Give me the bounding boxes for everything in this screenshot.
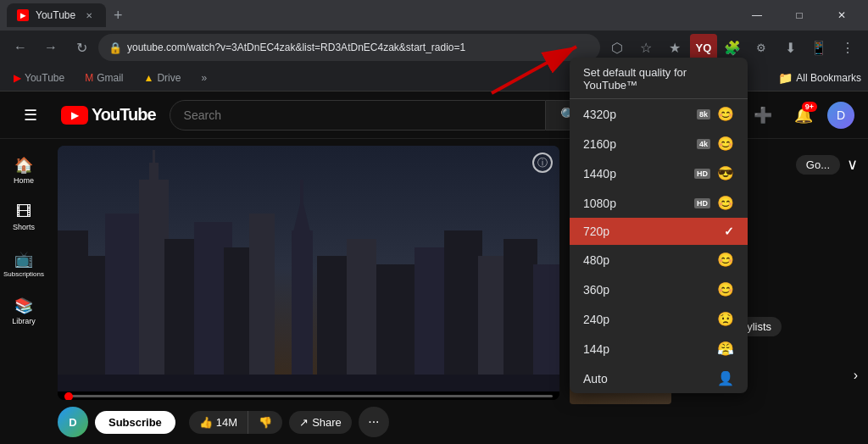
quality-label-2160p: 2160p bbox=[583, 137, 690, 151]
quality-label-360p: 360p bbox=[583, 283, 710, 297]
create-icon: ➕ bbox=[754, 106, 772, 125]
download-icon[interactable]: ⬇ bbox=[776, 34, 804, 61]
drive-bookmark-label: Drive bbox=[157, 72, 181, 84]
quality-dropdown-panel[interactable]: Set default quality for YouTube™ 4320p 8… bbox=[570, 58, 748, 393]
quality-label-144p: 144p bbox=[583, 342, 710, 356]
youtube-logo-text: YouTube bbox=[92, 105, 156, 125]
video-controls: ⏮ ▶ ⏭ 🔊 0:00 / 3:50 CC ⚙ bbox=[58, 391, 559, 400]
channel-avatar[interactable]: D bbox=[58, 407, 88, 437]
quality-label-auto: Auto bbox=[583, 372, 710, 386]
new-tab-button[interactable]: + bbox=[106, 3, 130, 27]
video-frame: ⓘ bbox=[58, 146, 559, 391]
next-header-right: Go... ∨ bbox=[796, 155, 858, 175]
like-button[interactable]: 👍 14M bbox=[189, 411, 248, 434]
quality-item-2160p[interactable]: 2160p 4k 😊 bbox=[570, 129, 748, 158]
home-icon: 🏠 bbox=[14, 156, 33, 175]
subscriptions-icon: 📺 bbox=[14, 250, 33, 269]
quality-emoji-360p: 😊 bbox=[717, 281, 734, 297]
quality-item-1440p[interactable]: 1440p HD 😎 bbox=[570, 158, 748, 188]
more-icon[interactable]: ⋮ bbox=[834, 34, 861, 61]
quality-label-240p: 240p bbox=[583, 313, 710, 326]
quality-item-1080p[interactable]: 1080p HD 😊 bbox=[570, 188, 748, 218]
bookmark-gmail[interactable]: M Gmail bbox=[78, 70, 130, 86]
quality-item-360p[interactable]: 360p 😊 bbox=[570, 275, 748, 304]
youtube-search: 🔍 bbox=[170, 100, 593, 130]
bookmark-drive[interactable]: ▲ Drive bbox=[137, 70, 188, 86]
create-button[interactable]: ➕ bbox=[746, 98, 780, 132]
svg-rect-15 bbox=[347, 239, 376, 391]
svg-rect-19 bbox=[478, 256, 508, 391]
maximize-button[interactable]: □ bbox=[780, 3, 819, 27]
sidebar-item-library[interactable]: 📚 Library bbox=[0, 286, 47, 330]
quality-check-icon: ✓ bbox=[724, 225, 734, 238]
forward-button[interactable]: → bbox=[37, 34, 64, 61]
phone-icon[interactable]: 📱 bbox=[805, 34, 832, 61]
quality-item-auto[interactable]: Auto 👤 bbox=[570, 364, 748, 393]
quality-label-4320p: 4320p bbox=[583, 108, 690, 121]
quality-item-4320p[interactable]: 4320p 8k 😊 bbox=[570, 99, 748, 129]
quality-label-1080p: 1080p bbox=[583, 197, 687, 210]
video-actions-row: D Subscribe 👍 14M 👎 ↗ Share bbox=[58, 407, 559, 437]
quality-item-144p[interactable]: 144p 😤 bbox=[570, 334, 748, 364]
close-button[interactable]: ✕ bbox=[822, 3, 861, 27]
bookmark-more[interactable]: » bbox=[194, 70, 214, 86]
library-icon: 📚 bbox=[14, 297, 33, 315]
subscriptions-label: Subscriptions bbox=[3, 270, 44, 278]
like-icon: 👍 bbox=[199, 416, 213, 429]
notification-badge: 9+ bbox=[802, 102, 817, 112]
quality-emoji-480p: 😊 bbox=[717, 252, 734, 268]
like-count: 14M bbox=[216, 416, 237, 429]
quality-item-480p[interactable]: 480p 😊 bbox=[570, 245, 748, 275]
svg-rect-6 bbox=[153, 150, 155, 383]
subscribe-button[interactable]: Subscribe bbox=[95, 411, 175, 434]
quality-emoji-1440p: 😎 bbox=[717, 165, 734, 181]
svg-rect-10 bbox=[249, 214, 275, 391]
progress-bar[interactable] bbox=[64, 395, 553, 397]
share-button[interactable]: ↗ Share bbox=[289, 411, 352, 434]
video-info-icon[interactable]: ⓘ bbox=[532, 153, 553, 173]
more-options-button[interactable]: ··· bbox=[359, 407, 389, 437]
quality-label-720p: 720p bbox=[583, 225, 717, 238]
hamburger-menu-button[interactable]: ☰ bbox=[14, 98, 47, 132]
go-button[interactable]: Go... bbox=[796, 155, 840, 175]
more-bookmarks-label: » bbox=[201, 72, 207, 84]
refresh-button[interactable]: ↻ bbox=[68, 34, 95, 61]
youtube-tab-favicon: ▶ bbox=[17, 9, 29, 21]
svg-rect-17 bbox=[415, 247, 448, 391]
video-player[interactable]: ⓘ ⏮ ▶ ⏭ 🔊 bbox=[58, 146, 559, 400]
sidebar-item-home[interactable]: 🏠 Home bbox=[0, 146, 47, 190]
quality-label-1440p: 1440p bbox=[583, 167, 687, 180]
home-label: Home bbox=[14, 176, 34, 185]
folder-icon: 📁 bbox=[778, 71, 793, 85]
profile-avatar[interactable]: D bbox=[827, 102, 854, 129]
svg-rect-11 bbox=[292, 230, 313, 391]
cityscape-svg bbox=[58, 146, 559, 391]
notifications-button[interactable]: 🔔 9+ bbox=[787, 98, 821, 132]
quality-emoji-1080p: 😊 bbox=[717, 195, 734, 211]
quality-emoji-2160p: 😊 bbox=[717, 136, 734, 152]
putt-arrow-icon[interactable]: › bbox=[854, 368, 858, 383]
svg-rect-14 bbox=[317, 256, 351, 391]
shorts-icon: 🎞 bbox=[16, 203, 31, 221]
back-button[interactable]: ← bbox=[7, 34, 34, 61]
sidebar-item-shorts[interactable]: 🎞 Shorts bbox=[0, 193, 47, 236]
address-bar[interactable]: 🔒 youtube.com/watch?v=3AtDnEC4zak&list=R… bbox=[98, 34, 600, 61]
browser-tab[interactable]: ▶ YouTube ✕ bbox=[7, 3, 106, 27]
chevron-button[interactable]: ∨ bbox=[847, 155, 858, 174]
youtube-logo[interactable]: YouTube bbox=[61, 105, 156, 125]
quality-item-240p[interactable]: 240p 😟 bbox=[570, 304, 748, 334]
sidebar-item-subscriptions[interactable]: 📺 Subscriptions bbox=[0, 240, 47, 283]
youtube-bookmark-label: YouTube bbox=[25, 72, 64, 84]
library-label: Library bbox=[12, 317, 36, 325]
minimize-button[interactable]: — bbox=[737, 3, 776, 27]
browser-tab-close[interactable]: ✕ bbox=[82, 8, 96, 22]
svg-rect-21 bbox=[533, 264, 559, 391]
header-right-icons: ➕ 🔔 9+ D bbox=[746, 98, 854, 132]
search-input[interactable] bbox=[170, 100, 546, 130]
bookmark-youtube[interactable]: ▶ YouTube bbox=[7, 70, 71, 86]
share-label: Share bbox=[312, 416, 342, 429]
quality-item-720p[interactable]: 720p ✓ bbox=[570, 218, 748, 245]
dislike-button[interactable]: 👎 bbox=[248, 411, 282, 434]
extension2-icon[interactable]: ⚙ bbox=[748, 34, 775, 61]
quality-label-480p: 480p bbox=[583, 253, 710, 267]
